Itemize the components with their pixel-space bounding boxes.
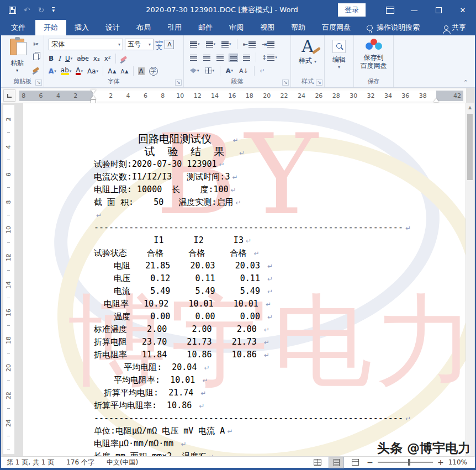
- share-button[interactable]: 共享: [435, 20, 475, 35]
- document-line: 试验状态 合格 合格 合格 ↵: [94, 247, 411, 260]
- ribbon-display-options-button[interactable]: [378, 0, 402, 20]
- format-painter-button[interactable]: [31, 65, 41, 74]
- align-right-button[interactable]: [216, 54, 224, 61]
- underline-button[interactable]: U: [65, 55, 70, 62]
- page-number-status[interactable]: 第 1 页, 共 1 页: [7, 458, 54, 467]
- customize-qat-icon[interactable]: ▾: [52, 7, 55, 13]
- styles-button[interactable]: A 样式 ▾: [291, 38, 324, 66]
- scrollbar-thumb[interactable]: [467, 114, 473, 180]
- redo-icon[interactable]: ↻: [38, 6, 45, 14]
- line-spacing-button[interactable]: ↕▾: [261, 54, 278, 62]
- ruler-number: 28: [327, 92, 345, 99]
- scroll-up-icon[interactable]: ▲: [466, 105, 474, 110]
- enclose-characters-button[interactable]: 字: [149, 67, 158, 76]
- save-to-baidu-button[interactable]: 保存到 百度网盘: [354, 39, 393, 70]
- superscript-button[interactable]: x²: [104, 55, 111, 62]
- vertical-scrollbar[interactable]: ▲: [466, 103, 474, 456]
- pilcrow-mark: ↵: [267, 262, 273, 270]
- character-shading-button[interactable]: A: [138, 67, 145, 75]
- paste-button[interactable]: 粘贴 ▾: [6, 39, 29, 76]
- font-size-combo[interactable]: 五号▾: [125, 39, 154, 50]
- ruler-number: 38: [414, 92, 431, 99]
- ribbon-tab[interactable]: 帮助: [283, 20, 314, 35]
- font-dialog-launcher[interactable]: ↘: [175, 80, 182, 86]
- login-button[interactable]: 登录: [338, 3, 366, 17]
- font-color-button[interactable]: A: [76, 67, 80, 75]
- clear-formatting-button[interactable]: [120, 57, 127, 60]
- borders-button[interactable]: ▾: [205, 67, 215, 75]
- window-bottom-border: [1, 468, 475, 470]
- maximize-button[interactable]: [426, 0, 451, 20]
- document-page[interactable]: BY 博宇电力 回路电阻测试仪 ↵ 试 验 结 果 ↵试验时刻:2020-07-…: [23, 103, 468, 456]
- ribbon-tab[interactable]: 插入: [66, 20, 97, 35]
- collapse-ribbon-button[interactable]: ⌃: [463, 79, 468, 86]
- word-count-status[interactable]: 176 个字: [66, 458, 94, 467]
- shading-button[interactable]: ▾: [189, 68, 200, 74]
- toutiao-watermark: 头条 @博宇电力: [377, 440, 470, 457]
- zoom-level[interactable]: 110%: [448, 458, 467, 466]
- align-left-button[interactable]: [189, 54, 198, 61]
- phonetic-guide-button[interactable]: wén文: [155, 40, 163, 50]
- ruler-number: 14: [206, 92, 223, 99]
- pilcrow-mark: ↵: [253, 250, 259, 257]
- ribbon-tab[interactable]: 百度网盘: [314, 20, 359, 35]
- justify-button[interactable]: [229, 54, 237, 61]
- increase-indent-button[interactable]: ⇥: [261, 40, 275, 49]
- cut-button[interactable]: ✂: [31, 40, 41, 49]
- ribbon-tab[interactable]: 引用: [159, 20, 190, 35]
- italic-button[interactable]: I: [58, 55, 61, 62]
- zoom-slider[interactable]: [378, 462, 433, 463]
- sort-button[interactable]: A↓: [239, 67, 249, 75]
- print-layout-button[interactable]: [329, 457, 343, 468]
- zoom-slider-thumb[interactable]: [408, 459, 410, 466]
- ribbon-tab[interactable]: 邮件: [190, 20, 221, 35]
- styles-dialog-launcher[interactable]: ↘: [316, 80, 322, 86]
- strikethrough-button[interactable]: abc: [77, 55, 89, 62]
- bullets-button[interactable]: ▾: [189, 41, 200, 48]
- ribbon-tab[interactable]: 视图: [252, 20, 283, 35]
- clipboard-dialog-launcher[interactable]: ↘: [35, 80, 42, 86]
- multilevel-list-button[interactable]: ▾: [221, 41, 232, 48]
- asian-layout-button[interactable]: A▾: [225, 67, 234, 75]
- copy-button[interactable]: [31, 52, 41, 61]
- bold-button[interactable]: B: [49, 55, 54, 62]
- paragraph-dialog-launcher[interactable]: ↘: [282, 80, 289, 86]
- ribbon-tab[interactable]: 设计: [97, 20, 128, 35]
- vertical-ruler[interactable]: 24681012141618202224: [3, 105, 14, 454]
- numbering-button[interactable]: ▾: [205, 41, 216, 48]
- undo-icon[interactable]: ↶: [24, 6, 30, 14]
- grow-font-button[interactable]: A▲: [108, 67, 116, 75]
- minimize-button[interactable]: —: [402, 0, 426, 20]
- read-mode-button[interactable]: [310, 457, 325, 468]
- web-layout-button[interactable]: [348, 457, 362, 468]
- align-center-button[interactable]: [203, 54, 211, 61]
- ribbon-tab[interactable]: 布局: [128, 20, 159, 35]
- font-name-combo[interactable]: 宋体▾: [49, 39, 123, 50]
- ribbon-tab[interactable]: 审阅: [221, 20, 252, 35]
- zoom-in-button[interactable]: +: [437, 458, 444, 467]
- subscript-button[interactable]: x₂: [93, 55, 100, 62]
- close-button[interactable]: ✕: [451, 0, 475, 20]
- editing-button[interactable]: 编辑 ▾: [329, 40, 350, 70]
- save-icon[interactable]: [9, 7, 16, 14]
- character-border-button[interactable]: A: [165, 40, 174, 49]
- first-line-indent-marker[interactable]: [91, 89, 96, 93]
- highlight-button[interactable]: ab: [61, 67, 69, 75]
- horizontal-ruler[interactable]: 8642 2468101214161820222426283032343638 …: [19, 91, 463, 101]
- document-line: I1 I2 I3↵: [94, 234, 411, 247]
- shrink-font-button[interactable]: A▲: [121, 68, 129, 75]
- show-hide-marks-button[interactable]: ↵: [260, 67, 266, 75]
- decrease-indent-button[interactable]: ⇤: [242, 40, 256, 49]
- tell-me-search[interactable]: 操作说明搜索: [359, 20, 427, 35]
- language-status[interactable]: 中文(中国): [107, 458, 138, 467]
- change-case-button[interactable]: Aa: [87, 67, 96, 75]
- right-indent-marker[interactable]: [433, 98, 439, 102]
- hanging-indent-marker[interactable]: [91, 96, 96, 99]
- ribbon-tab[interactable]: 开始: [35, 20, 66, 35]
- distribute-button[interactable]: [242, 54, 251, 61]
- tab-selector[interactable]: [3, 89, 15, 102]
- ruler-number: 4: [0, 141, 23, 152]
- ribbon-tab[interactable]: 文件: [1, 20, 35, 35]
- zoom-out-button[interactable]: −: [367, 458, 373, 467]
- text-effects-button[interactable]: A: [49, 67, 54, 75]
